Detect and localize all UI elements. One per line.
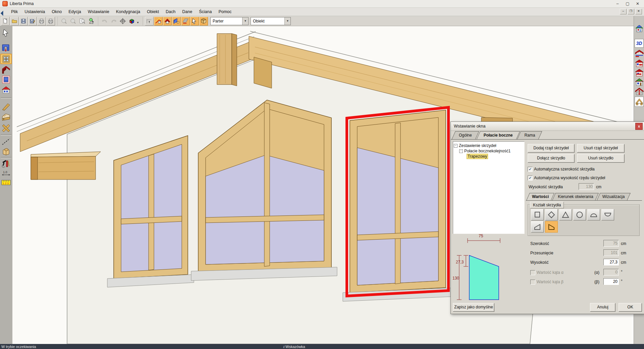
mode-combo-caret-icon[interactable]: ▼ bbox=[284, 17, 290, 25]
truss-view-button[interactable] bbox=[635, 97, 644, 107]
tab-wartosci[interactable]: Wartości bbox=[528, 193, 553, 200]
view-cube-button[interactable] bbox=[127, 17, 136, 26]
height-field[interactable]: 27,3 bbox=[603, 259, 619, 265]
pointer-button[interactable] bbox=[190, 17, 199, 26]
origin-target-button[interactable] bbox=[118, 17, 127, 26]
menu-pomoc[interactable]: Pomoc bbox=[215, 8, 235, 16]
house-arrow-left-button[interactable] bbox=[635, 59, 644, 68]
building-tool[interactable] bbox=[1, 85, 11, 94]
attach-sash-button[interactable]: Dołącz skrzydło bbox=[528, 154, 575, 163]
angle-alpha-field[interactable]: 0 bbox=[603, 269, 619, 276]
window-3-selected[interactable] bbox=[343, 107, 451, 301]
print-preview-button[interactable] bbox=[46, 17, 55, 26]
cancel-button[interactable]: Anuluj bbox=[590, 303, 615, 312]
dimension-button[interactable] bbox=[145, 17, 154, 26]
menu-sciana[interactable]: Ściana bbox=[196, 8, 215, 16]
select-cursor-tool[interactable] bbox=[1, 28, 11, 37]
auto-width-checkbox[interactable]: ✔ bbox=[528, 167, 533, 172]
tree-root[interactable]: −Zestawienie skrzydeł bbox=[454, 143, 524, 148]
menu-kondygnacja[interactable]: Kondygnacja bbox=[113, 8, 144, 16]
left-purlin-beam[interactable] bbox=[31, 156, 96, 180]
auto-height-checkbox[interactable]: ✔ bbox=[528, 176, 533, 181]
roof-hatch-grey-button[interactable] bbox=[181, 17, 190, 26]
maximize-button[interactable]: ▢ bbox=[623, 0, 633, 7]
plane-tool[interactable] bbox=[1, 113, 11, 122]
open-folder-button[interactable] bbox=[10, 17, 19, 26]
tree-child[interactable]: −Połacie bocznekolejność1 bbox=[459, 148, 524, 154]
shape-trapezoid-left-button[interactable] bbox=[531, 221, 544, 233]
tab-ogolne[interactable]: Ogólne bbox=[453, 131, 477, 139]
zoom-next-button[interactable] bbox=[69, 17, 77, 26]
redo-button[interactable] bbox=[109, 17, 118, 26]
view-3d-button[interactable]: 3D bbox=[635, 39, 644, 48]
tree-collapse-icon[interactable]: − bbox=[454, 144, 458, 148]
roof-edge-button[interactable] bbox=[154, 17, 163, 26]
shape-trapezoid-right-button-selected[interactable] bbox=[545, 221, 558, 233]
menu-dach[interactable]: Dach bbox=[162, 8, 179, 16]
guide-line-tool[interactable] bbox=[1, 137, 11, 146]
mdi-minimize-button[interactable]: – bbox=[620, 9, 627, 14]
new-file-button[interactable] bbox=[1, 17, 10, 26]
remove-sash-button[interactable]: Usuń skrzydło bbox=[577, 154, 625, 163]
storey-combo-caret-icon[interactable]: ▼ bbox=[242, 17, 248, 25]
menu-edycja[interactable]: Edycja bbox=[65, 8, 85, 16]
tools-settings[interactable] bbox=[1, 159, 11, 168]
tree-selected-item[interactable]: Trapezowy bbox=[467, 154, 524, 159]
wall-hatch-blue-button[interactable] bbox=[172, 17, 181, 26]
window-1[interactable] bbox=[107, 136, 194, 287]
add-sash-row-button[interactable]: Dodaj rząd skrzydeł bbox=[528, 144, 575, 153]
render-house-button[interactable] bbox=[635, 24, 644, 33]
save-as-button[interactable] bbox=[28, 17, 37, 26]
window-tool-selected[interactable] bbox=[0, 54, 12, 64]
roof-frame-button[interactable] bbox=[635, 49, 644, 58]
dimension-1-0-tool[interactable]: 1.0 bbox=[1, 170, 11, 177]
menu-wstawianie[interactable]: Wstawianie bbox=[85, 8, 113, 16]
house-height-arrows-button[interactable] bbox=[635, 87, 644, 96]
ruler-123-tool[interactable]: 1 2 3 bbox=[1, 179, 11, 186]
house-green-button[interactable] bbox=[635, 78, 644, 87]
tab-kierunek-otwierania[interactable]: Kierunek otwierania bbox=[554, 193, 597, 200]
remove-sash-row-button[interactable]: Usuń rząd skrzydeł bbox=[577, 144, 625, 153]
shape-arch-top-button[interactable] bbox=[587, 209, 600, 220]
save-button[interactable] bbox=[19, 17, 28, 26]
mdi-restore-button[interactable]: ❐ bbox=[628, 9, 634, 14]
minimize-button[interactable]: – bbox=[612, 0, 623, 7]
offset-field[interactable]: 101 bbox=[603, 249, 619, 256]
beam-tool[interactable] bbox=[1, 102, 11, 111]
wall-tool[interactable] bbox=[1, 43, 11, 52]
post-tool[interactable] bbox=[1, 146, 11, 155]
menu-plik[interactable]: Plik bbox=[8, 8, 21, 16]
shape-diamond-button[interactable] bbox=[545, 209, 558, 220]
width-field[interactable]: 75 bbox=[603, 240, 619, 247]
menu-ustawienia[interactable]: Ustawienia bbox=[21, 8, 48, 16]
mdi-close-button[interactable]: ✕ bbox=[635, 9, 642, 14]
tab-polacie-boczne[interactable]: Połacie boczne bbox=[478, 131, 518, 139]
save-as-default-button[interactable]: Zapisz jako domyślne bbox=[453, 303, 494, 312]
angle-beta-checkbox[interactable] bbox=[530, 280, 535, 285]
house-arrow-right-button[interactable] bbox=[635, 68, 644, 77]
dialog-titlebar[interactable]: Wstawianie okna x bbox=[451, 122, 644, 131]
storey-combo[interactable]: Parter ▼ bbox=[210, 17, 249, 25]
dialog-close-icon[interactable]: x bbox=[635, 123, 643, 130]
opening-tool[interactable] bbox=[1, 75, 11, 84]
ok-button[interactable]: OK bbox=[619, 303, 642, 312]
menu-dane[interactable]: Dane bbox=[179, 8, 196, 16]
menu-obiekt[interactable]: Obiekt bbox=[144, 8, 162, 16]
shape-rectangle-button[interactable] bbox=[531, 209, 544, 220]
shape-triangle-button[interactable] bbox=[559, 209, 572, 220]
mdi-child-icon[interactable] bbox=[1, 10, 6, 16]
tab-rama[interactable]: Rama bbox=[519, 131, 540, 139]
sash-height-field[interactable]: 130 bbox=[579, 183, 594, 190]
tree-collapse-icon[interactable]: − bbox=[459, 149, 463, 153]
truss-tool[interactable] bbox=[1, 123, 11, 133]
roof-corner-button[interactable] bbox=[163, 17, 172, 26]
angle-beta-field[interactable]: 20 bbox=[603, 278, 619, 285]
view-cube-caret[interactable]: ▼ bbox=[137, 21, 139, 24]
shape-circle-button[interactable] bbox=[573, 209, 586, 220]
zoom-page-button[interactable] bbox=[78, 17, 87, 26]
wall-corner-3d-button[interactable] bbox=[199, 17, 208, 26]
find-text-button[interactable]: A-Ω bbox=[87, 17, 96, 26]
angle-alpha-checkbox[interactable] bbox=[530, 270, 535, 275]
shape-arch-bottom-button[interactable] bbox=[601, 209, 614, 220]
tab-wizualizacja[interactable]: Wizualizacja bbox=[598, 193, 629, 200]
